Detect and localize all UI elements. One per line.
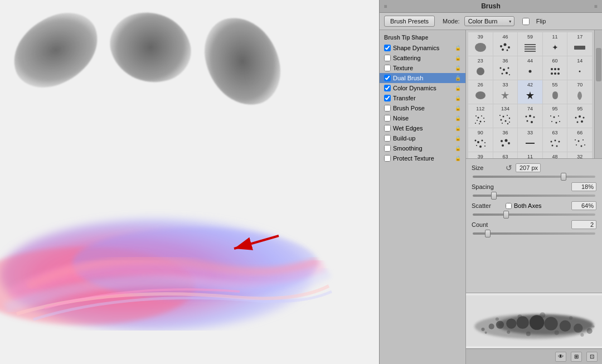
brush-option-transfer[interactable]: Transfer 🔒 (380, 93, 465, 103)
size-label: Size (472, 164, 502, 171)
brush-cell-134[interactable]: 134 (493, 104, 518, 128)
svg-point-5 (475, 43, 486, 52)
dual-brush-checkbox[interactable] (384, 75, 391, 81)
svg-point-157 (555, 331, 559, 335)
brush-presets-button[interactable]: Brush Presets (384, 16, 435, 27)
brush-cell-55a[interactable]: 55 (543, 80, 567, 104)
brush-cell-11[interactable]: 11 ✦ (543, 32, 567, 56)
brush-cell-33a[interactable]: 33 (493, 80, 518, 104)
brush-option-texture[interactable]: Texture 🔒 (380, 63, 465, 73)
grid-scrollbar[interactable] (594, 30, 602, 158)
texture-checkbox[interactable] (384, 65, 391, 71)
brush-option-brush-pose[interactable]: Brush Pose 🔒 (380, 103, 465, 113)
brush-cell-59[interactable]: 59 (518, 32, 542, 56)
brush-grid[interactable]: 39 46 59 (466, 30, 594, 158)
wet-edges-checkbox[interactable] (384, 125, 391, 132)
brush-cell-26[interactable]: 26 (468, 80, 493, 104)
brush-cell-17[interactable]: 17 (567, 32, 592, 56)
svg-point-144 (506, 318, 516, 328)
brush-cell-11b[interactable]: 11 (518, 152, 542, 158)
brush-cell-90[interactable]: 90 (468, 128, 493, 152)
mode-select[interactable]: Color Burn Normal Multiply Screen (464, 16, 514, 26)
transfer-checkbox[interactable] (384, 95, 391, 101)
canvas-area[interactable] (0, 0, 379, 364)
brush-option-color-dynamics[interactable]: Color Dynamics 🔒 (380, 83, 465, 93)
both-axes-label[interactable]: Both Axes (506, 202, 542, 209)
brush-cell-60[interactable]: 60 (543, 56, 567, 80)
brush-cell-32[interactable]: 32 (567, 152, 592, 158)
brush-pose-checkbox[interactable] (384, 105, 391, 111)
brush-size-60: 60 (552, 58, 558, 64)
smoothing-label: Smoothing (393, 145, 453, 152)
brush-cell-42[interactable]: 42 (518, 80, 542, 104)
page-icon[interactable]: ⊡ (586, 352, 598, 362)
brush-cell-66[interactable]: 66 (567, 128, 592, 152)
panel-collapse-icon[interactable]: ≡ (384, 3, 387, 9)
panel-menu-icon[interactable]: ≡ (594, 3, 598, 9)
scatter-slider-thumb[interactable] (503, 211, 509, 219)
brush-cell-33b[interactable]: 33 (518, 128, 542, 152)
brush-preview-46 (497, 41, 513, 54)
count-slider-track[interactable] (473, 232, 595, 235)
count-value[interactable]: 2 (571, 220, 596, 229)
spacing-slider-track[interactable] (473, 195, 595, 197)
brush-cell-48[interactable]: 48 (543, 152, 567, 158)
brush-cell-39[interactable]: 39 (468, 32, 493, 56)
brush-cell-95b[interactable]: 95 (567, 104, 592, 128)
smoothing-checkbox[interactable] (384, 145, 391, 152)
buildup-checkbox[interactable] (384, 135, 391, 142)
color-dynamics-checkbox[interactable] (384, 85, 391, 91)
shape-dynamics-checkbox[interactable] (384, 45, 391, 51)
brush-cell-112[interactable]: 112 (468, 104, 493, 128)
buildup-lock: 🔒 (455, 135, 461, 141)
size-reset-icon[interactable]: ↺ (506, 163, 512, 172)
flip-checkbox[interactable] (522, 18, 530, 25)
brush-cell-46[interactable]: 46 (493, 32, 518, 56)
scrollbar-thumb[interactable] (596, 48, 601, 81)
brush-cell-63b[interactable]: 63 (493, 152, 518, 158)
brush-cell-70[interactable]: 70 (567, 80, 592, 104)
scattering-checkbox[interactable] (384, 55, 391, 61)
panel-footer: 👁 ⊞ ⊡ (466, 348, 602, 364)
svg-point-39 (484, 121, 485, 122)
spacing-slider-thumb[interactable] (491, 192, 497, 200)
grid-icon[interactable]: ⊞ (571, 352, 582, 362)
brush-option-scattering[interactable]: Scattering 🔒 (380, 53, 465, 63)
protect-texture-checkbox[interactable] (384, 155, 391, 162)
size-slider-track[interactable] (473, 176, 595, 178)
brush-cell-39b[interactable]: 39 (468, 152, 493, 158)
brush-option-shape-dynamics[interactable]: Shape Dynamics 🔒 (380, 43, 465, 53)
mode-select-wrapper[interactable]: Color Burn Normal Multiply Screen (464, 16, 514, 26)
brush-cell-36a[interactable]: 36 (493, 56, 518, 80)
brush-option-dual-brush[interactable]: Dual Brush 🔒 (380, 73, 465, 83)
brush-cell-74[interactable]: 74 (518, 104, 542, 128)
brush-cell-36b[interactable]: 36 (493, 128, 518, 152)
svg-point-21 (502, 73, 503, 75)
brush-option-smoothing[interactable]: Smoothing 🔒 (380, 143, 465, 153)
brush-cell-23[interactable]: 23 (468, 56, 493, 80)
count-slider-thumb[interactable] (485, 230, 491, 237)
brush-cell-14[interactable]: 14 (567, 56, 592, 80)
noise-checkbox[interactable] (384, 115, 391, 122)
both-axes-checkbox[interactable] (506, 203, 512, 209)
svg-point-73 (484, 145, 486, 147)
scatter-slider-track[interactable] (473, 213, 595, 216)
svg-point-80 (554, 140, 556, 142)
brush-cell-95a[interactable]: 95 (543, 104, 567, 128)
scatter-value[interactable]: 64% (571, 201, 596, 210)
eye-icon[interactable]: 👁 (555, 352, 566, 362)
svg-point-151 (485, 332, 487, 334)
svg-point-43 (503, 116, 504, 118)
brush-option-noise[interactable]: Noise 🔒 (380, 113, 465, 123)
size-slider-thumb[interactable] (561, 173, 566, 181)
brush-option-protect-texture[interactable]: Protect Texture 🔒 (380, 153, 465, 163)
brush-option-wet-edges[interactable]: Wet Edges 🔒 (380, 123, 465, 133)
brush-size-32: 32 (577, 154, 582, 158)
brush-stroke-gray-1 (2, 3, 109, 96)
brush-cell-63a[interactable]: 63 (543, 128, 567, 152)
brush-cell-44[interactable]: 44 (518, 56, 542, 80)
brush-pose-lock: 🔒 (455, 105, 461, 111)
spacing-value[interactable]: 18% (571, 182, 596, 191)
brush-option-buildup[interactable]: Build-up 🔒 (380, 133, 465, 143)
size-value[interactable]: 207 px (516, 163, 541, 172)
